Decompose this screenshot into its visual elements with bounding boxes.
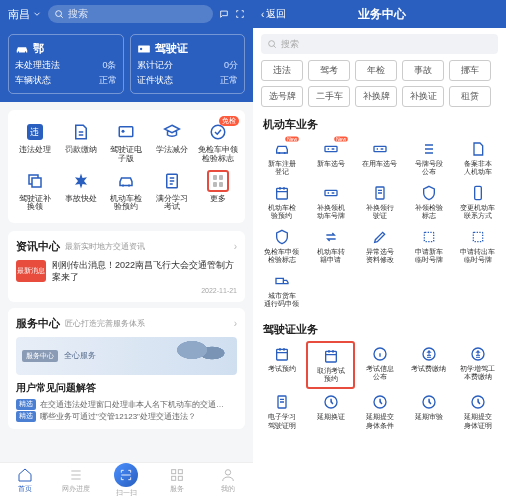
service-item[interactable]: 电子学习 驾驶证明 <box>257 389 306 433</box>
svg-point-2 <box>139 47 141 49</box>
quick-action-item[interactable]: 更多 <box>195 167 241 216</box>
service-item[interactable]: 在用车选号 <box>355 136 404 180</box>
quick-action-item[interactable]: 学法减分 <box>149 118 195 167</box>
scan-icon[interactable] <box>235 9 245 19</box>
action-icon <box>161 170 183 192</box>
faq-item[interactable]: 精选在交通违法处理窗口处理非本人名下机动车的交通… <box>16 399 237 411</box>
service-icon <box>273 184 291 202</box>
service-label: 延期提交 身体条件 <box>366 413 394 429</box>
news-headline: 刚刚传出消息！2022南昌飞行大会交通管制方案来了 <box>52 260 237 283</box>
service-label: 在用车选号 <box>362 160 397 168</box>
tab-home[interactable]: 首页 <box>0 467 51 498</box>
search-bar[interactable]: 搜索 <box>48 5 213 23</box>
tab-me[interactable]: 我的 <box>202 467 253 498</box>
home-screen: 南昌 搜索 鄂 未处理违法0条 车辆状态正常 驾驶证 累计记分0分 证件状态正常… <box>0 0 253 500</box>
service-item[interactable]: 考试信息 公布 <box>355 341 404 389</box>
service-item[interactable]: 机动车转 籍申请 <box>306 224 355 268</box>
service-item[interactable]: 机动车检 验预约 <box>257 180 306 224</box>
category-chip[interactable]: 挪车 <box>449 60 491 81</box>
faq-item[interactable]: 精选哪些业务可通过"交管12123"处理交通违法？ <box>16 411 237 423</box>
service-item[interactable]: 补换领机 动车号牌 <box>306 180 355 224</box>
service-label: 免检车申领 检验标志 <box>264 248 299 264</box>
quick-action-item[interactable]: 驾驶证补 换领 <box>12 167 58 216</box>
service-item[interactable]: 初学增驾工 本费缴纳 <box>453 341 502 389</box>
category-chip[interactable]: 补换证 <box>402 86 444 107</box>
city-selector[interactable]: 南昌 <box>8 7 42 22</box>
service-item[interactable]: 补领检验 标志 <box>404 180 453 224</box>
chevron-down-icon <box>32 9 42 19</box>
category-chip[interactable]: 违法 <box>261 60 303 81</box>
quick-action-item[interactable]: 免检车申领 检验标志免检 <box>195 118 241 167</box>
quick-action-item[interactable]: 违违法处理 <box>12 118 58 167</box>
svg-rect-13 <box>172 476 176 480</box>
service-label: 号牌号段 公布 <box>415 160 443 176</box>
news-title: 资讯中心 <box>16 239 60 254</box>
service-item[interactable]: 考试费缴纳 <box>404 341 453 389</box>
category-chip[interactable]: 驾考 <box>308 60 350 81</box>
chevron-right-icon: › <box>234 241 237 252</box>
service-icon <box>273 345 291 363</box>
license-card[interactable]: 驾驶证 累计记分0分 证件状态正常 <box>130 34 246 94</box>
service-item[interactable]: 申请新车 临时号牌 <box>404 224 453 268</box>
quick-action-item[interactable]: 事故快处 <box>58 167 104 216</box>
tab-service[interactable]: 服务 <box>152 467 203 498</box>
quick-action-item[interactable]: 罚款缴纳 <box>58 118 104 167</box>
svg-point-9 <box>128 184 130 186</box>
service-label: 考试预约 <box>268 365 296 373</box>
service-item[interactable]: 取消考试 预约 <box>306 341 355 389</box>
service-item[interactable]: 免检车申领 检验标志 <box>257 224 306 268</box>
service-label: 申请转出车 临时号牌 <box>460 248 495 264</box>
svg-rect-27 <box>276 350 287 361</box>
service-item[interactable]: 变更机动车 联系方式 <box>453 180 502 224</box>
service-item[interactable]: 新车注册 登记New <box>257 136 306 180</box>
category-chip[interactable]: 选号牌 <box>261 86 303 107</box>
service-item[interactable]: 异常选号 资料修改 <box>355 224 404 268</box>
category-chip[interactable]: 事故 <box>402 60 444 81</box>
service-icon <box>420 184 438 202</box>
home-icon <box>17 467 33 483</box>
service-label: 申请新车 临时号牌 <box>415 248 443 264</box>
quick-action-item[interactable]: 驾驶证电 子版 <box>104 118 150 167</box>
category-chip[interactable]: 二手车 <box>308 86 350 107</box>
more-icon <box>207 170 229 192</box>
service-item[interactable]: 延期提交 身体条件 <box>355 389 404 433</box>
svg-rect-25 <box>424 233 433 242</box>
service-item[interactable]: 延期提交 身体证明 <box>453 389 502 433</box>
service-icon <box>469 345 487 363</box>
service-label: 变更机动车 联系方式 <box>460 204 495 220</box>
service-label: 新车选号 <box>317 160 345 168</box>
quick-action-item[interactable]: 机动车检 验预约 <box>104 167 150 216</box>
svg-point-17 <box>278 152 280 154</box>
vehicle-card[interactable]: 鄂 未处理违法0条 车辆状态正常 <box>8 34 124 94</box>
service-item[interactable]: 号牌号段 公布 <box>404 136 453 180</box>
service-item[interactable]: 延期换证 <box>306 389 355 433</box>
action-label: 驾驶证电 子版 <box>110 146 142 164</box>
quick-action-item[interactable]: 满分学习 考试 <box>149 167 195 216</box>
car-icon <box>15 43 29 55</box>
message-icon[interactable] <box>219 9 229 19</box>
back-button[interactable]: ‹返回 <box>261 7 286 21</box>
service-item[interactable]: 申请转出车 临时号牌 <box>453 224 502 268</box>
action-label: 学法减分 <box>156 146 188 155</box>
service-item[interactable]: 备案非本 人机动车 <box>453 136 502 180</box>
service-item[interactable]: 考试预约 <box>257 341 306 389</box>
svg-point-5 <box>211 125 225 139</box>
service-label: 机动车检 验预约 <box>268 204 296 220</box>
category-chip[interactable]: 补换牌 <box>355 86 397 107</box>
category-chip[interactable]: 年检 <box>355 60 397 81</box>
faq-title: 用户常见问题解答 <box>16 381 237 395</box>
bc-header: ‹返回 业务中心 <box>253 0 506 28</box>
tab-scan[interactable]: 扫一扫 <box>101 467 152 498</box>
svg-point-0 <box>56 11 62 17</box>
user-icon <box>220 467 236 483</box>
service-section[interactable]: 服务中心 匠心打造完善服务体系 › 服务中心 全心服务 用户常见问题解答 精选在… <box>8 308 245 429</box>
bc-search[interactable]: 搜索 <box>261 34 498 54</box>
svg-rect-22 <box>325 190 337 195</box>
service-item[interactable]: 补换领行 驶证 <box>355 180 404 224</box>
service-item[interactable]: 延期审验 <box>404 389 453 433</box>
news-section[interactable]: 资讯中心 最新实时地方交通资讯 › 最新消息 刚刚传出消息！2022南昌飞行大会… <box>8 231 245 301</box>
service-item[interactable]: 新车选号New <box>306 136 355 180</box>
category-chip[interactable]: 租赁 <box>449 86 491 107</box>
tab-progress[interactable]: 网办进度 <box>51 467 102 498</box>
service-item[interactable]: 城市货车 通行码申领 <box>257 268 306 312</box>
